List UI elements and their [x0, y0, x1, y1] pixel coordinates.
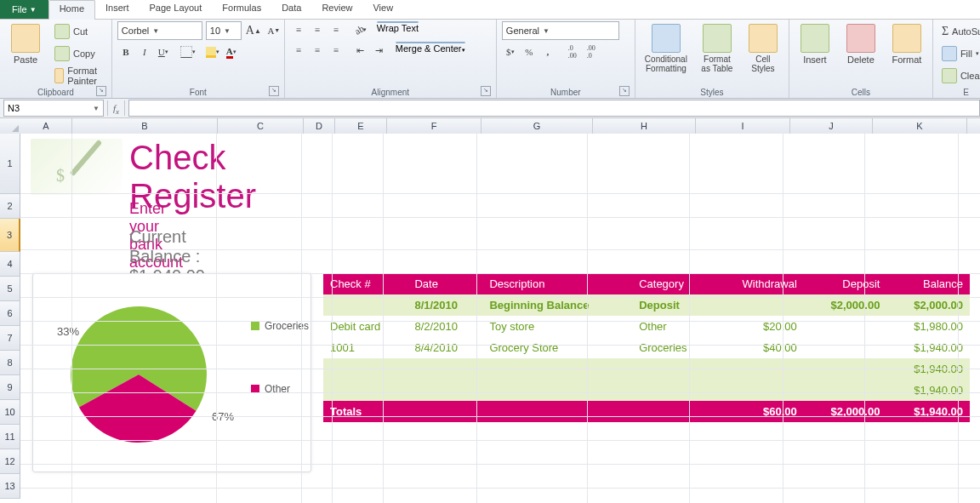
tab-data[interactable]: Data [271, 0, 311, 19]
register-header[interactable]: Withdrawal [714, 273, 804, 294]
tab-page-layout[interactable]: Page Layout [140, 0, 213, 19]
row-header-7[interactable]: 7 [0, 326, 20, 351]
check-register-table[interactable]: Check #DateDescriptionCategoryWithdrawal… [323, 273, 970, 422]
align-top-button[interactable]: ≡ [290, 21, 307, 38]
align-center-button[interactable]: ≡ [309, 42, 326, 59]
number-format-combo[interactable]: General▼ [502, 21, 619, 40]
font-color-button[interactable]: A▾ [223, 43, 240, 60]
orientation-button[interactable]: ab▾ [352, 21, 369, 38]
tab-review[interactable]: Review [311, 0, 362, 19]
worksheet[interactable]: ABCDEFGHIJK 12345678910111213 $ Check Re… [0, 118, 980, 503]
font-family-combo[interactable]: Corbel▼ [117, 21, 202, 40]
align-left-button[interactable]: ≡ [290, 42, 307, 59]
number-launcher[interactable]: ↘ [619, 86, 630, 96]
cell-styles-button[interactable]: Cell Styles [743, 21, 783, 76]
underline-button[interactable]: U▾ [155, 43, 172, 60]
fx-button[interactable]: fx [107, 100, 125, 116]
col-header-E[interactable]: E [335, 118, 387, 134]
register-header[interactable]: Description [482, 273, 632, 294]
paste-button[interactable]: Paste [5, 21, 46, 67]
wrap-text-button[interactable]: Wrap Text [377, 21, 419, 38]
register-cell[interactable]: Toy store [482, 316, 632, 337]
register-cell[interactable] [804, 337, 887, 358]
register-cell[interactable] [632, 380, 714, 401]
tab-formulas[interactable]: Formulas [212, 0, 271, 19]
decrease-decimal-button[interactable]: .00.0 [583, 43, 600, 60]
row-header-4[interactable]: 4 [0, 252, 20, 277]
col-header-C[interactable]: C [218, 118, 304, 134]
align-middle-button[interactable]: ≡ [309, 21, 326, 38]
increase-decimal-button[interactable]: .0.00 [564, 43, 581, 60]
register-cell[interactable] [714, 380, 804, 401]
row-header-2[interactable]: 2 [0, 194, 20, 219]
register-cell[interactable]: Debit card [323, 316, 407, 337]
bold-button[interactable]: B [117, 43, 134, 60]
register-cell[interactable] [804, 316, 887, 337]
register-cell[interactable] [407, 380, 482, 401]
font-size-combo[interactable]: 10▼ [206, 21, 242, 40]
col-header-H[interactable]: H [593, 118, 696, 134]
format-cells-button[interactable]: Format [886, 21, 927, 67]
select-all-corner[interactable] [0, 118, 21, 134]
register-cell[interactable]: $20.00 [714, 316, 804, 337]
register-cell[interactable]: 8/2/2010 [407, 316, 482, 337]
grid-canvas[interactable]: $ Check Register Enter your bank account… [20, 134, 980, 503]
tab-home[interactable]: Home [48, 0, 95, 20]
col-header-F[interactable]: F [387, 118, 481, 134]
register-cell[interactable]: 1001 [323, 337, 407, 358]
shrink-font-button[interactable]: A▼ [265, 22, 282, 39]
file-tab[interactable]: File ▼ [0, 0, 48, 19]
formula-input[interactable] [128, 100, 980, 117]
col-header-D[interactable]: D [304, 118, 335, 134]
register-cell[interactable] [482, 380, 632, 401]
register-cell[interactable]: $40.00 [714, 337, 804, 358]
comma-format-button[interactable]: , [539, 43, 556, 60]
decrease-indent-button[interactable]: ⇤ [352, 42, 369, 59]
row-header-6[interactable]: 6 [0, 301, 20, 326]
font-launcher[interactable]: ↘ [269, 86, 279, 96]
row-header-10[interactable]: 10 [0, 400, 20, 425]
name-box[interactable]: N3 ▼ [3, 100, 104, 117]
tab-insert[interactable]: Insert [95, 0, 140, 19]
cut-button[interactable]: Cut [51, 21, 106, 42]
row-header-11[interactable]: 11 [0, 425, 20, 449]
format-painter-button[interactable]: Format Painter [51, 66, 106, 86]
increase-indent-button[interactable]: ⇥ [371, 42, 388, 59]
col-header-J[interactable]: J [790, 118, 873, 134]
delete-cells-button[interactable]: Delete [840, 21, 881, 67]
register-cell[interactable] [804, 380, 887, 401]
fill-button[interactable]: Fill▾ [938, 43, 980, 64]
accounting-format-button[interactable]: $▾ [502, 43, 519, 60]
row-header-3[interactable]: 3 [0, 219, 20, 252]
format-as-table-button[interactable]: Format as Table [697, 21, 738, 76]
register-cell[interactable]: Other [632, 316, 714, 337]
register-header[interactable]: Deposit [804, 273, 887, 294]
row-header-1[interactable]: 1 [0, 134, 20, 194]
alignment-launcher[interactable]: ↘ [481, 86, 491, 96]
register-header[interactable]: Date [407, 273, 482, 294]
grow-font-button[interactable]: A▲ [245, 22, 262, 39]
border-button[interactable]: ▾ [179, 43, 197, 60]
italic-button[interactable]: I [136, 43, 153, 60]
register-header[interactable]: Category [632, 273, 714, 294]
register-cell[interactable] [323, 380, 407, 401]
percent-format-button[interactable]: % [521, 43, 538, 60]
register-cell[interactable]: 8/4/2010 [407, 337, 482, 358]
row-headers[interactable]: 12345678910111213 [0, 134, 20, 499]
col-header-A[interactable]: A [20, 118, 72, 134]
row-header-8[interactable]: 8 [0, 351, 20, 375]
conditional-formatting-button[interactable]: Conditional Formatting [641, 21, 692, 76]
column-headers[interactable]: ABCDEFGHIJK [20, 118, 980, 134]
row-header-13[interactable]: 13 [0, 474, 20, 499]
clipboard-launcher[interactable]: ↘ [96, 86, 106, 96]
autosum-button[interactable]: ΣAutoSum [938, 21, 980, 42]
register-cell[interactable]: Groceries [632, 337, 714, 358]
clear-button[interactable]: Clear▾ [938, 66, 980, 86]
align-bottom-button[interactable]: ≡ [328, 21, 345, 38]
align-right-button[interactable]: ≡ [328, 42, 345, 59]
col-header-K[interactable]: K [873, 118, 967, 134]
register-cell[interactable]: Grocery Store [482, 337, 632, 358]
row-header-9[interactable]: 9 [0, 375, 20, 400]
col-header-G[interactable]: G [481, 118, 593, 134]
row-header-12[interactable]: 12 [0, 449, 20, 474]
